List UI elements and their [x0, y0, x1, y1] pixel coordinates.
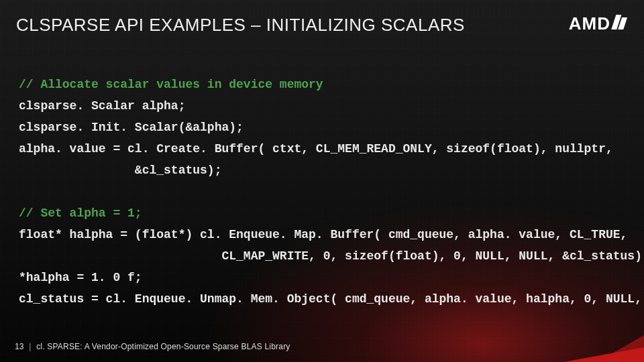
code-line: clsparse. Init. Scalar(&alpha);: [19, 121, 244, 134]
code-comment: // Set alpha = 1;: [19, 206, 142, 220]
code-line: &cl_status);: [19, 164, 221, 177]
code-line: *halpha = 1. 0 f;: [19, 271, 142, 284]
slide: CLSPARSE API EXAMPLES – INITIALIZING SCA…: [0, 0, 644, 362]
amd-logo-text: AMD: [569, 13, 610, 34]
code-line: float* halpha = (float*) cl. Enqueue. Ma…: [19, 228, 627, 241]
code-line: clsparse. Scalar alpha;: [19, 99, 185, 113]
code-line: CL_MAP_WRITE, 0, sizeof(float), 0, NULL,…: [19, 249, 644, 263]
slide-title: CLSPARSE API EXAMPLES – INITIALIZING SCA…: [16, 15, 465, 36]
amd-logo-arrow-icon: [610, 13, 629, 34]
corner-accent-shape: [564, 347, 644, 362]
footer-separator: |: [29, 342, 31, 351]
code-block: // Allocate scalar values in device memo…: [19, 52, 625, 310]
footer: 13 | cl. SPARSE: A Vendor-Optimized Open…: [15, 342, 290, 351]
page-number: 13: [15, 342, 24, 351]
code-line: cl_status = cl. Enqueue. Unmap. Mem. Obj…: [19, 292, 644, 306]
footer-caption: cl. SPARSE: A Vendor-Optimized Open-Sour…: [36, 342, 290, 351]
amd-logo: AMD: [569, 13, 625, 34]
code-line: alpha. value = cl. Create. Buffer( ctxt,…: [19, 142, 613, 156]
code-comment: // Allocate scalar values in device memo…: [19, 78, 323, 91]
